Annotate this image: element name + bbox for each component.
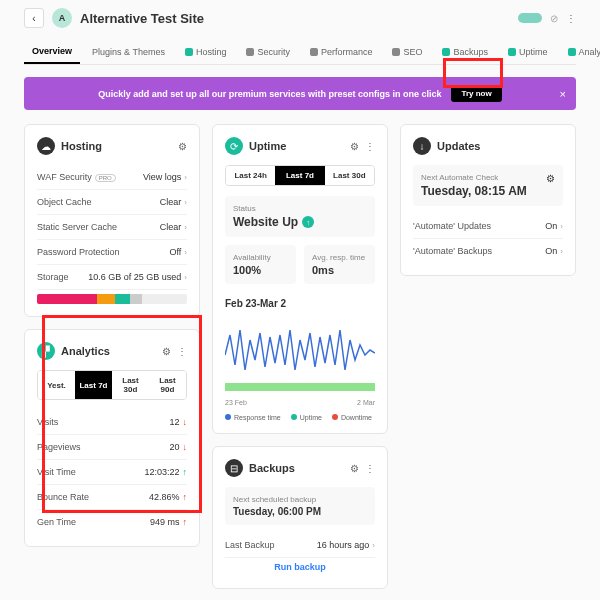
tab-seo[interactable]: SEO	[384, 41, 430, 63]
status-up-icon: ↑	[302, 216, 314, 228]
down-arrow-icon: ↓	[183, 417, 188, 427]
analytics-title: Analytics	[61, 345, 110, 357]
status-pill	[518, 13, 542, 23]
gauge-icon	[310, 48, 318, 56]
analytics-gen: Gen Time949 ms↑	[37, 510, 187, 534]
promo-banner: Quickly add and set up all our premium s…	[24, 77, 576, 110]
uptime-title: Uptime	[249, 140, 286, 152]
next-backup-block: Next scheduled backup Tuesday, 06:00 PM	[225, 487, 375, 525]
range-7d[interactable]: Last 7d	[75, 371, 112, 399]
tab-hosting[interactable]: Hosting	[177, 41, 235, 63]
hosting-row-static[interactable]: Static Server CacheClear›	[37, 215, 187, 240]
range-24h[interactable]: Last 24h	[226, 166, 275, 185]
backups-card: ⊟ Backups ⚙⋮ Next scheduled backup Tuesd…	[212, 446, 388, 589]
hosting-icon: ☁	[37, 137, 55, 155]
hosting-row-waf[interactable]: WAF SecurityPROView logs›	[37, 165, 187, 190]
shield-icon	[246, 48, 254, 56]
updates-card-icon: ↓	[413, 137, 431, 155]
analytics-visit-time: Visit Time12:03:22↑	[37, 460, 187, 485]
gear-icon[interactable]: ⚙	[350, 141, 359, 152]
tab-plugins[interactable]: Plugins & Themes	[84, 41, 173, 63]
seo-icon	[392, 48, 400, 56]
range-30d[interactable]: Last 30d	[112, 371, 149, 399]
tab-analytics[interactable]: Analytics	[560, 41, 600, 63]
uptime-chart	[225, 315, 375, 395]
backup-icon	[442, 48, 450, 56]
hosting-row-storage[interactable]: Storage10.6 GB of 25 GB used›	[37, 265, 187, 290]
banner-close-icon[interactable]: ×	[560, 88, 566, 100]
updates-card: ↓ Updates Next Automate Check Tuesday, 0…	[400, 124, 576, 276]
more-icon[interactable]: ⋮	[365, 463, 375, 474]
range-yest[interactable]: Yest.	[38, 371, 75, 399]
next-check-block: Next Automate Check Tuesday, 08:15 AM ⚙	[413, 165, 563, 206]
availability-block: Availability100%	[225, 245, 296, 284]
banner-text: Quickly add and set up all our premium s…	[98, 89, 441, 99]
analytics-card: ▞ Analytics ⚙⋮ Yest. Last 7d Last 30d La…	[24, 329, 200, 547]
range-90d[interactable]: Last 90d	[149, 371, 186, 399]
gear-icon[interactable]: ⚙	[546, 173, 555, 184]
up-arrow-icon: ↑	[183, 467, 188, 477]
range-7d[interactable]: Last 7d	[275, 166, 324, 185]
range-30d[interactable]: Last 30d	[325, 166, 374, 185]
more-icon[interactable]: ⋮	[177, 346, 187, 357]
chart-title: Feb 23-Mar 2	[225, 298, 375, 309]
back-button[interactable]: ‹	[24, 8, 44, 28]
uptime-icon	[508, 48, 516, 56]
hosting-card: ☁ Hosting ⚙ WAF SecurityPROView logs› Ob…	[24, 124, 200, 317]
site-avatar: A	[52, 8, 72, 28]
gear-icon[interactable]: ⚙	[178, 141, 187, 152]
gear-icon[interactable]: ⚙	[350, 463, 359, 474]
analytics-range: Yest. Last 7d Last 30d Last 90d	[37, 370, 187, 400]
svg-rect-0	[225, 383, 375, 391]
updates-title: Updates	[437, 140, 480, 152]
help-icon[interactable]: ⊘	[550, 13, 558, 24]
automate-backups-row[interactable]: 'Automate' BackupsOn›	[413, 239, 563, 263]
cloud-icon	[185, 48, 193, 56]
analytics-card-icon: ▞	[37, 342, 55, 360]
page-header: ‹ A Alternative Test Site ⊘ ⋮	[24, 8, 576, 28]
uptime-range: Last 24h Last 7d Last 30d	[225, 165, 375, 186]
analytics-visits: Visits12↓	[37, 410, 187, 435]
last-backup-row[interactable]: Last Backup16 hours ago›	[225, 533, 375, 558]
storage-bar	[37, 294, 187, 304]
backups-title: Backups	[249, 462, 295, 474]
up-arrow-icon: ↑	[183, 517, 188, 527]
hosting-row-password[interactable]: Password ProtectionOff›	[37, 240, 187, 265]
more-icon[interactable]: ⋮	[365, 141, 375, 152]
backups-card-icon: ⊟	[225, 459, 243, 477]
gear-icon[interactable]: ⚙	[162, 346, 171, 357]
pro-badge: PRO	[95, 174, 116, 182]
down-arrow-icon: ↓	[183, 442, 188, 452]
hosting-row-cache[interactable]: Object CacheClear›	[37, 190, 187, 215]
automate-updates-row[interactable]: 'Automate' UpdatesOn›	[413, 214, 563, 239]
status-block: Status Website Up↑	[225, 196, 375, 237]
analytics-icon	[568, 48, 576, 56]
tab-overview[interactable]: Overview	[24, 40, 80, 64]
run-backup-button[interactable]: Run backup	[225, 558, 375, 576]
try-now-button[interactable]: Try now	[451, 85, 501, 102]
up-arrow-icon: ↑	[183, 492, 188, 502]
resp-block: Avg. resp. time0ms	[304, 245, 375, 284]
tab-security[interactable]: Security	[238, 41, 298, 63]
chart-legend: Response time Uptime Downtime	[225, 414, 375, 421]
tab-performance[interactable]: Performance	[302, 41, 381, 63]
hosting-title: Hosting	[61, 140, 102, 152]
more-icon[interactable]: ⋮	[566, 13, 576, 24]
nav-tabs: Overview Plugins & Themes Hosting Securi…	[24, 40, 576, 65]
analytics-pageviews: Pageviews20↓	[37, 435, 187, 460]
uptime-card-icon: ⟳	[225, 137, 243, 155]
site-title: Alternative Test Site	[80, 11, 204, 26]
tab-uptime[interactable]: Uptime	[500, 41, 556, 63]
tab-backups[interactable]: Backups	[434, 41, 496, 63]
analytics-bounce: Bounce Rate42.86%↑	[37, 485, 187, 510]
uptime-card: ⟳ Uptime ⚙⋮ Last 24h Last 7d Last 30d St…	[212, 124, 388, 434]
